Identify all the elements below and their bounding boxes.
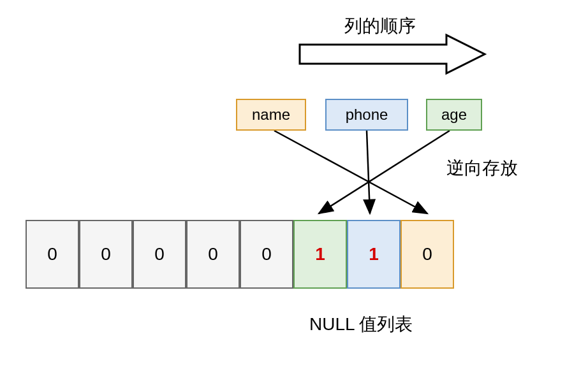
null-list-label: NULL 值列表: [309, 312, 413, 336]
bit-cell: 0: [186, 220, 240, 289]
diagram-overlay: [0, 0, 588, 376]
bit-value: 0: [154, 244, 165, 264]
bit-cell: 0: [240, 220, 293, 289]
bit-cell: 0: [26, 220, 79, 289]
column-box-age: age: [426, 99, 482, 131]
column-order-label: 列的顺序: [344, 14, 416, 38]
bit-cell: 1: [293, 220, 347, 289]
bit-cell: 1: [347, 220, 401, 289]
bit-value: 0: [261, 244, 272, 264]
bit-value: 1: [315, 244, 325, 264]
column-label: phone: [346, 106, 388, 124]
bit-cell: 0: [133, 220, 186, 289]
arrow-phone-to-bit: [367, 131, 370, 213]
column-box-name: name: [236, 99, 306, 131]
bit-value: 0: [422, 244, 432, 264]
bit-value: 1: [369, 244, 379, 264]
bit-value: 0: [47, 244, 57, 264]
column-label: name: [252, 106, 290, 124]
bit-value: 0: [208, 244, 218, 264]
column-label: age: [441, 106, 467, 124]
reverse-store-label: 逆向存放: [446, 156, 518, 180]
bit-value: 0: [101, 244, 111, 264]
arrow-name-to-bit: [274, 131, 427, 213]
bit-cell: 0: [79, 220, 133, 289]
column-box-phone: phone: [325, 99, 408, 131]
bit-cell: 0: [401, 220, 454, 289]
arrow-age-to-bit: [319, 131, 450, 213]
column-order-arrow: [300, 35, 485, 73]
